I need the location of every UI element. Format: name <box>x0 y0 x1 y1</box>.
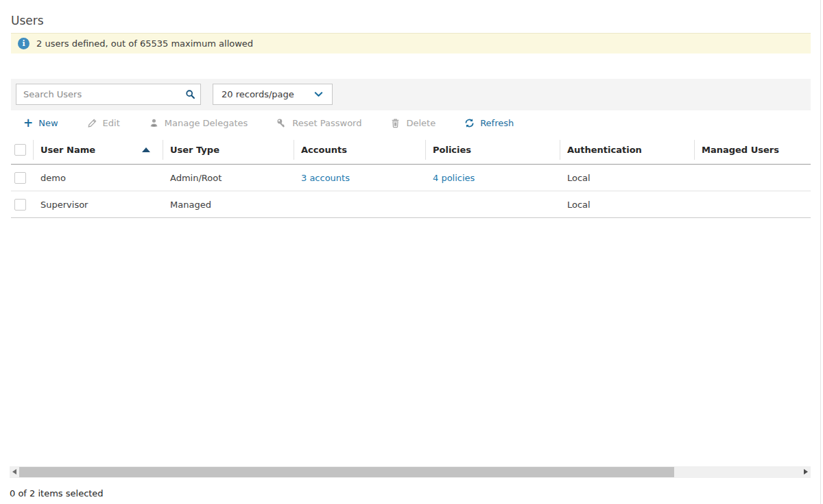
selection-status: 0 of 2 items selected <box>10 488 104 499</box>
new-button[interactable]: + New <box>23 117 58 129</box>
reset-password-button[interactable]: Reset Password <box>276 118 361 128</box>
refresh-icon <box>464 118 475 128</box>
trash-icon <box>390 118 401 128</box>
users-page: Users i 2 users defined, out of 65535 ma… <box>0 0 823 504</box>
row-checkbox[interactable] <box>14 199 26 211</box>
search-button[interactable] <box>180 84 200 104</box>
horizontal-scrollbar[interactable] <box>10 466 811 478</box>
row-select-cell <box>11 172 33 184</box>
column-header-user-name[interactable]: User Name <box>33 136 163 164</box>
manage-delegates-button[interactable]: Manage Delegates <box>149 118 248 128</box>
edit-button-label: Edit <box>103 118 120 128</box>
person-icon <box>149 118 159 128</box>
accounts-link[interactable]: 3 accounts <box>301 173 350 183</box>
row-select-cell <box>11 199 33 211</box>
reset-password-button-label: Reset Password <box>292 118 361 128</box>
filter-bar: 20 records/page <box>11 79 811 110</box>
column-header-authentication[interactable]: Authentication <box>560 136 694 164</box>
column-header-label: Accounts <box>301 145 347 155</box>
column-header-user-type[interactable]: User Type <box>163 136 294 164</box>
cell-user-type: Admin/Root <box>163 173 294 183</box>
sort-ascending-icon <box>142 147 150 152</box>
table-row-supervisor[interactable]: Supervisor Managed Local <box>11 191 811 218</box>
search-box <box>16 84 201 105</box>
page-title: Users <box>11 14 44 27</box>
toolbar: + New Edit Manage Delegates <box>11 110 811 136</box>
cell-authentication: Local <box>560 173 694 183</box>
scroll-right-arrow-icon[interactable] <box>804 469 808 475</box>
plus-icon: + <box>23 117 33 129</box>
chevron-down-icon <box>313 89 324 99</box>
cell-user-name: demo <box>33 173 163 183</box>
row-checkbox[interactable] <box>14 172 26 184</box>
column-header-label: User Name <box>40 145 95 155</box>
delete-button[interactable]: Delete <box>390 118 436 128</box>
new-button-label: New <box>38 118 58 128</box>
cell-user-name: Supervisor <box>33 200 163 210</box>
refresh-button[interactable]: Refresh <box>464 118 514 128</box>
refresh-button-label: Refresh <box>480 118 514 128</box>
select-all-checkbox[interactable] <box>14 144 26 156</box>
column-header-policies[interactable]: Policies <box>425 136 560 164</box>
cell-policies: 4 policies <box>425 173 560 183</box>
horizontal-scrollbar-thumb[interactable] <box>19 467 674 477</box>
right-edge-divider <box>820 0 821 504</box>
info-icon: i <box>18 38 29 49</box>
search-icon <box>185 89 195 99</box>
cell-user-type: Managed <box>163 200 294 210</box>
records-per-page-value: 20 records/page <box>213 89 294 99</box>
column-header-label: Authentication <box>567 145 642 155</box>
table-row-demo[interactable]: demo Admin/Root 3 accounts 4 policies Lo… <box>11 165 811 191</box>
manage-delegates-button-label: Manage Delegates <box>165 118 248 128</box>
column-header-label: Managed Users <box>702 145 779 155</box>
info-banner-text: 2 users defined, out of 65535 maximum al… <box>36 38 253 49</box>
key-icon <box>276 118 287 128</box>
cell-accounts: 3 accounts <box>294 173 425 183</box>
records-per-page-select[interactable]: 20 records/page <box>213 84 333 105</box>
table-header-row: User Name User Type Accounts Policies Au… <box>11 136 811 165</box>
column-header-accounts[interactable]: Accounts <box>294 136 425 164</box>
scroll-left-arrow-icon[interactable] <box>12 469 16 475</box>
search-input[interactable] <box>16 89 180 99</box>
users-table: User Name User Type Accounts Policies Au… <box>11 136 811 218</box>
pencil-icon <box>87 118 97 128</box>
select-all-cell <box>11 144 33 156</box>
column-header-label: Policies <box>433 145 471 155</box>
info-banner: i 2 users defined, out of 65535 maximum … <box>11 33 811 53</box>
edit-button[interactable]: Edit <box>87 118 120 128</box>
cell-authentication: Local <box>560 200 694 210</box>
policies-link[interactable]: 4 policies <box>433 173 475 183</box>
column-header-managed-users[interactable]: Managed Users <box>694 136 811 164</box>
delete-button-label: Delete <box>406 118 436 128</box>
column-header-label: User Type <box>170 145 219 155</box>
